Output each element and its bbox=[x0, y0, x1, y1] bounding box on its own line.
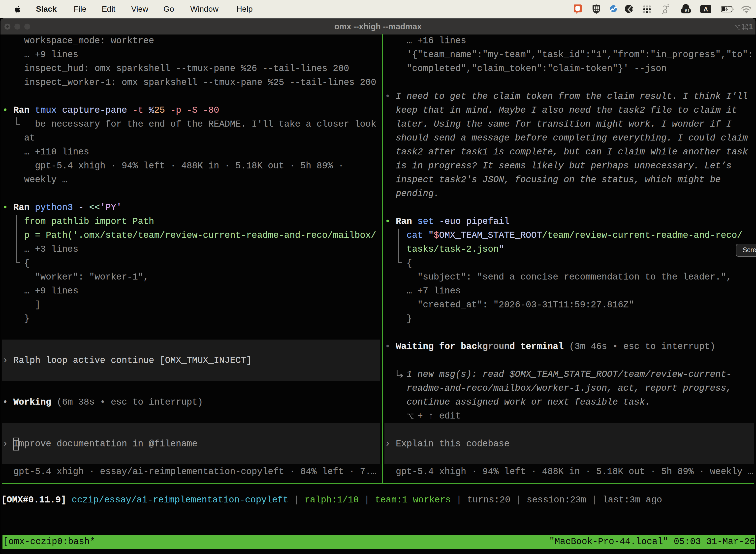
svg-text:A: A bbox=[703, 6, 708, 13]
svg-text:..61: ..61 bbox=[683, 8, 690, 13]
